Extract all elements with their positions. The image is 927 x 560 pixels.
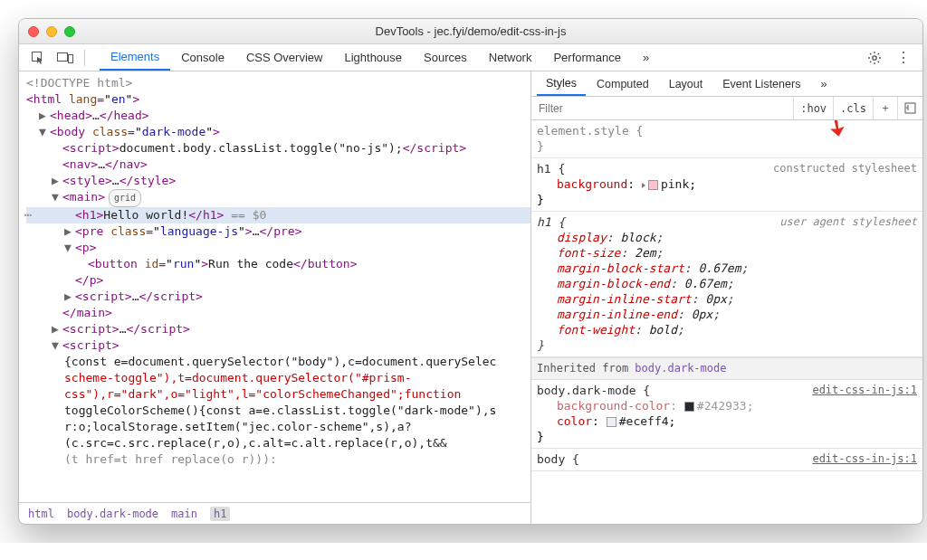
new-rule-icon[interactable]: ＋: [873, 97, 897, 119]
subtab-styles[interactable]: Styles: [537, 71, 586, 96]
styles-subtabs: Styles Computed Layout Event Listeners »: [531, 71, 922, 97]
subtabs-overflow[interactable]: »: [811, 71, 836, 96]
inherited-from: Inherited from body.dark-mode: [531, 357, 922, 380]
breadcrumbs: html body.dark-mode main h1: [19, 502, 530, 524]
rule-source: user agent stylesheet: [779, 214, 917, 230]
device-mode-icon[interactable]: [53, 48, 77, 68]
grid-badge[interactable]: grid: [109, 189, 141, 207]
tab-console[interactable]: Console: [170, 44, 235, 71]
rule-source[interactable]: edit-css-in-js:1: [812, 383, 917, 398]
divider: [84, 50, 85, 66]
tab-css-overview[interactable]: CSS Overview: [235, 44, 334, 71]
rule-element-style[interactable]: element.style { }: [531, 120, 922, 158]
color-swatch-icon[interactable]: [607, 417, 616, 427]
inspect-icon[interactable]: [26, 48, 50, 68]
tab-performance[interactable]: Performance: [542, 44, 631, 71]
rule-h1-useragent[interactable]: user agent stylesheet h1 { display: bloc…: [531, 212, 922, 357]
doctype: <!DOCTYPE html>: [26, 76, 132, 90]
titlebar: DevTools - jec.fyi/demo/edit-css-in-js: [19, 19, 922, 44]
tab-network[interactable]: Network: [478, 44, 543, 71]
rule-source[interactable]: edit-css-in-js:1: [812, 451, 917, 467]
rule-body[interactable]: edit-css-in-js:1 body {: [531, 449, 922, 471]
rule-h1-constructed[interactable]: constructed stylesheet h1 { background: …: [531, 158, 922, 212]
devtools-window: DevTools - jec.fyi/demo/edit-css-in-js E…: [18, 18, 923, 525]
styles-rules: ➘ element.style { } constructed styleshe…: [531, 120, 922, 524]
crumb-html[interactable]: html: [28, 508, 54, 520]
filter-input[interactable]: [531, 102, 793, 115]
color-swatch-icon[interactable]: [648, 180, 658, 190]
dom-tree[interactable]: <!DOCTYPE html> <html lang="en"> ▶<head>…: [19, 71, 530, 502]
computed-toggle-icon[interactable]: [897, 97, 922, 119]
subtab-layout[interactable]: Layout: [660, 71, 712, 96]
elements-pane: <!DOCTYPE html> <html lang="en"> ▶<head>…: [19, 71, 531, 524]
crumb-h1[interactable]: h1: [210, 507, 230, 521]
filter-bar: :hov .cls ＋: [531, 97, 922, 120]
kebab-menu-icon[interactable]: ⋮: [892, 48, 915, 68]
tabs-overflow[interactable]: »: [632, 44, 660, 71]
window-title: DevTools - jec.fyi/demo/edit-css-in-js: [19, 24, 922, 38]
hov-toggle[interactable]: :hov: [793, 97, 833, 119]
svg-point-3: [873, 55, 876, 59]
crumb-body[interactable]: body.dark-mode: [67, 508, 158, 520]
cls-toggle[interactable]: .cls: [833, 97, 873, 119]
color-swatch-icon[interactable]: [684, 402, 694, 412]
styles-pane: Styles Computed Layout Event Listeners »…: [531, 71, 922, 524]
svg-rect-2: [69, 54, 73, 62]
main-toolbar: Elements Console CSS Overview Lighthouse…: [19, 44, 922, 71]
rule-source: constructed stylesheet: [773, 161, 917, 176]
selected-node[interactable]: ⋯<h1>Hello world!</h1> == $0: [26, 207, 530, 223]
settings-icon[interactable]: [863, 48, 886, 68]
subtab-computed[interactable]: Computed: [588, 71, 658, 96]
panel-tabs: Elements Console CSS Overview Lighthouse…: [100, 44, 660, 71]
tab-lighthouse[interactable]: Lighthouse: [333, 44, 413, 71]
content-panes: <!DOCTYPE html> <html lang="en"> ▶<head>…: [19, 71, 922, 524]
svg-rect-1: [58, 52, 68, 61]
inherited-link[interactable]: body.dark-mode: [635, 362, 726, 375]
rule-body-dark[interactable]: edit-css-in-js:1 body.dark-mode { backgr…: [531, 380, 922, 449]
crumb-main[interactable]: main: [171, 508, 197, 520]
tab-sources[interactable]: Sources: [413, 44, 478, 71]
tab-elements[interactable]: Elements: [100, 44, 170, 71]
expand-icon[interactable]: [642, 183, 645, 188]
subtab-event-listeners[interactable]: Event Listeners: [713, 71, 809, 96]
